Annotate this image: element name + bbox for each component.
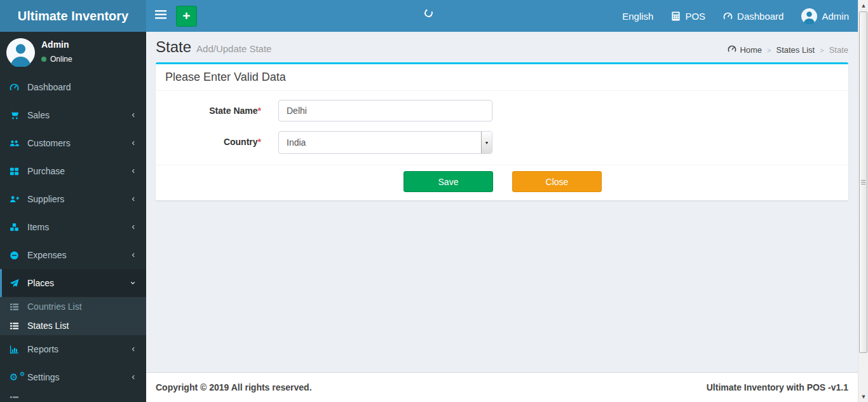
bar-chart-icon	[10, 345, 24, 354]
sidebar-item-dashboard[interactable]: Dashboard	[0, 73, 146, 101]
app-window: Ultimate Inventory + English POS	[0, 0, 868, 402]
country-select-value: India	[279, 137, 306, 148]
sidebar-avatar-icon	[6, 38, 35, 67]
save-button[interactable]: Save	[403, 171, 493, 192]
breadcrumb-parent-label: States List	[776, 45, 815, 55]
chevron-left-icon	[130, 167, 137, 175]
sidebar-item-label: Settings	[27, 372, 60, 382]
top-navbar: Ultimate Inventory + English POS	[0, 0, 858, 32]
gears-icon: ⚙⚙	[10, 373, 24, 382]
sidebar-item-expenses[interactable]: Expenses	[0, 241, 146, 269]
sidebar-item-settings[interactable]: ⚙⚙ Settings	[0, 363, 146, 391]
dashboard-icon	[10, 83, 24, 92]
breadcrumb-separator: >	[767, 46, 771, 54]
chevron-down-icon	[129, 280, 137, 286]
cart-icon	[10, 111, 24, 120]
list-icon	[10, 321, 24, 331]
calculator-icon	[671, 11, 681, 21]
breadcrumb-separator: >	[820, 46, 824, 54]
plus-icon: +	[182, 8, 190, 23]
sidebar-item-label: Places	[27, 278, 54, 288]
sidebar-user-status[interactable]: Online	[41, 55, 72, 64]
chevron-left-icon	[130, 111, 137, 119]
main-content: StateAdd/Update State Home > States List…	[146, 32, 858, 402]
breadcrumb: Home > States List > State	[728, 45, 848, 55]
sidebar-item-reports[interactable]: Reports	[0, 335, 146, 363]
dashboard-label: Dashboard	[737, 11, 783, 22]
submenu-item-label: States List	[27, 321, 69, 331]
select-dropdown-button[interactable]: ▼	[481, 132, 492, 153]
sidebar-toggle-button[interactable]	[146, 0, 175, 32]
cubes-icon	[10, 223, 24, 232]
vertical-scrollbar[interactable]: ▲ ▼	[858, 0, 868, 402]
state-form-card: Please Enter Valid Data State Name* Coun…	[156, 62, 848, 200]
quick-add-button[interactable]: +	[176, 6, 197, 27]
country-label: Country*	[165, 131, 278, 154]
dashboard-icon	[723, 11, 733, 21]
loading-spinner-icon	[423, 8, 434, 18]
breadcrumb-home[interactable]: Home	[728, 45, 762, 55]
grid-icon	[10, 167, 24, 176]
scroll-down-button[interactable]: ▼	[858, 391, 868, 402]
sidebar-item-customers[interactable]: Customers	[0, 129, 146, 157]
chevron-left-icon	[130, 223, 137, 231]
version-text: Ultimate Inventory with POS -v1.1	[707, 382, 848, 392]
paper-plane-icon	[10, 279, 24, 288]
chevron-left-icon	[130, 345, 137, 353]
sidebar-item-purchase[interactable]: Purchase	[0, 157, 146, 185]
user-label: Admin	[822, 11, 849, 22]
state-name-input[interactable]	[278, 100, 492, 121]
sidebar-item-states-list[interactable]: States List	[0, 316, 146, 335]
pos-label: POS	[685, 11, 705, 22]
country-select[interactable]: India ▼	[278, 131, 492, 154]
online-status-icon	[41, 57, 46, 62]
content-header: StateAdd/Update State Home > States List…	[146, 32, 858, 60]
pos-link[interactable]: POS	[662, 0, 714, 32]
state-name-label-text: State Name	[209, 106, 257, 116]
page-title: State	[156, 38, 191, 55]
minus-circle-icon	[10, 251, 24, 260]
chevron-left-icon	[130, 373, 137, 381]
sidebar-item-label: Dashboard	[27, 82, 71, 92]
card-heading: Please Enter Valid Data	[156, 64, 848, 91]
card-footer: Save Close	[156, 165, 848, 200]
sidebar-item-suppliers[interactable]: Suppliers	[0, 185, 146, 213]
dashboard-link[interactable]: Dashboard	[714, 0, 792, 32]
online-status-label: Online	[50, 55, 72, 64]
sidebar-item-items[interactable]: Items	[0, 213, 146, 241]
sidebar: Admin Online Dashboard Sales	[0, 32, 146, 402]
language-label: English	[622, 11, 653, 22]
chevron-left-icon	[130, 195, 137, 203]
sidebar-item-sales[interactable]: Sales	[0, 101, 146, 129]
breadcrumb-home-label: Home	[740, 45, 762, 55]
page-footer: Copyright © 2019 All rights reserved. Ul…	[146, 372, 858, 402]
scroll-up-button[interactable]: ▲	[858, 0, 868, 11]
sidebar-submenu-places: Countries List States List	[0, 297, 146, 335]
chevron-left-icon	[130, 251, 137, 259]
app-logo[interactable]: Ultimate Inventory	[0, 0, 146, 32]
required-asterisk: *	[258, 137, 261, 147]
sidebar-item-places[interactable]: Places	[0, 269, 146, 297]
sidebar-item-label: Reports	[27, 344, 58, 354]
sidebar-menu: Dashboard Sales Customers Pur	[0, 73, 146, 402]
required-asterisk: *	[258, 106, 261, 116]
country-label-text: Country	[224, 137, 258, 147]
sidebar-item-label: Items	[27, 222, 49, 232]
submenu-item-label: Countries List	[27, 302, 82, 312]
sidebar-item-label: Sales	[27, 110, 50, 120]
scrollbar-thumb[interactable]	[859, 11, 867, 353]
sidebar-item-label: Expenses	[27, 250, 66, 260]
sidebar-item-partial[interactable]	[0, 391, 146, 402]
sidebar-item-label: Suppliers	[27, 194, 64, 204]
state-name-row: State Name*	[165, 100, 839, 121]
language-menu[interactable]: English	[613, 0, 662, 32]
users-icon	[10, 139, 24, 148]
list-icon	[10, 395, 19, 402]
sidebar-item-countries-list[interactable]: Countries List	[0, 297, 146, 316]
breadcrumb-states-list[interactable]: States List	[776, 45, 815, 55]
caret-down-icon: ▼	[485, 141, 489, 145]
list-icon	[10, 302, 24, 312]
close-button[interactable]: Close	[512, 171, 602, 192]
user-menu[interactable]: Admin	[792, 0, 858, 32]
sidebar-user-name: Admin	[41, 39, 72, 50]
